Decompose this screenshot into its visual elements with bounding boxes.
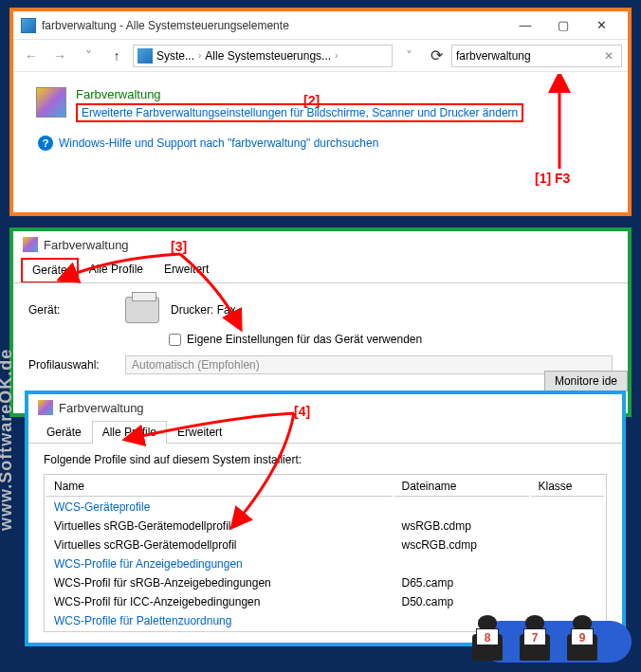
printer-icon: [125, 297, 159, 323]
col-name[interactable]: Name: [46, 477, 393, 497]
breadcrumb-part[interactable]: Syste...: [156, 49, 194, 63]
help-icon: ?: [38, 136, 53, 151]
group-row: WCS-Profile für Anzeigebedingungen: [46, 555, 604, 572]
watermark: www.SoftwareOK.de: [0, 349, 16, 531]
maximize-button[interactable]: ▢: [544, 12, 582, 39]
control-panel-window: farbverwaltung - Alle Systemsteuerungsel…: [9, 8, 632, 216]
window-title: farbverwaltung - Alle Systemsteuerungsel…: [42, 19, 506, 32]
search-results: Farbverwaltung Erweiterte Farbverwaltung…: [13, 72, 628, 166]
chevron-right-icon: ›: [333, 50, 339, 61]
table-row[interactable]: WCS-Profil für ICC-AnzeigebedingungenD50…: [46, 593, 604, 610]
clear-search-icon[interactable]: ✕: [600, 49, 617, 63]
dialog-title-row: Farbverwaltung: [28, 394, 622, 421]
dialog-title: Farbverwaltung: [59, 401, 144, 415]
back-button[interactable]: ←: [19, 44, 44, 68]
device-name[interactable]: Drucker: Fax: [171, 303, 236, 317]
breadcrumb-part[interactable]: Alle Systemsteuerungs...: [205, 49, 331, 63]
refresh-button[interactable]: ⟳: [425, 45, 448, 67]
tab-devices[interactable]: Geräte: [36, 421, 92, 443]
result-item: Farbverwaltung Erweiterte Farbverwaltung…: [36, 87, 605, 122]
profiles-description: Folgende Profile sind auf diesem System …: [44, 453, 607, 466]
profiles-content: Folgende Profile sind auf diesem System …: [28, 444, 622, 642]
profile-selection-row: Profilauswahl: Automatisch (Empfohlen): [28, 355, 613, 374]
result-title[interactable]: Farbverwaltung: [76, 87, 605, 101]
color-management-icon: [36, 87, 66, 118]
profiles-table: Name Dateiname Klasse WCS-Geräteprofile …: [44, 474, 607, 632]
recent-dropdown[interactable]: ˅: [76, 44, 101, 68]
tab-all-profiles[interactable]: Alle Profile: [79, 258, 154, 282]
help-link-text: Windows-Hilfe und Support nach "farbverw…: [59, 136, 378, 150]
chevron-right-icon: ›: [196, 50, 203, 61]
color-management-profiles-window: Farbverwaltung Geräte Alle Profile Erwei…: [25, 390, 626, 646]
device-row: Gerät: Drucker: Fax: [28, 297, 613, 323]
mascot: 9: [561, 615, 603, 661]
dialog-title: Farbverwaltung: [44, 238, 129, 252]
control-panel-icon: [21, 18, 36, 33]
dialog-title-row: Farbverwaltung: [13, 231, 628, 258]
col-class[interactable]: Klasse: [531, 477, 605, 497]
close-button[interactable]: ✕: [582, 12, 620, 39]
table-row[interactable]: Virtuelles scRGB-GerätemodellprofilwscRG…: [46, 536, 604, 554]
search-field[interactable]: [456, 49, 600, 63]
navigation-bar: ← → ˅ ↑ Syste... › Alle Systemsteuerungs…: [13, 40, 628, 72]
mascot: 8: [467, 615, 508, 661]
help-search-link[interactable]: ? Windows-Hilfe und Support nach "farbve…: [38, 136, 605, 151]
history-dropdown[interactable]: ˅: [396, 44, 421, 68]
breadcrumb-icon: [137, 48, 153, 64]
titlebar: farbverwaltung - Alle Systemsteuerungsel…: [13, 11, 628, 40]
profile-label: Profilauswahl:: [28, 358, 114, 372]
tab-all-profiles[interactable]: Alle Profile: [92, 421, 167, 443]
up-button[interactable]: ↑: [104, 44, 129, 68]
tab-devices[interactable]: Geräte: [21, 258, 79, 282]
mascots: 8 7 9: [467, 615, 603, 661]
color-management-icon: [38, 400, 53, 415]
color-management-devices-window: Farbverwaltung Geräte Alle Profile Erwei…: [9, 227, 632, 417]
search-input[interactable]: ✕: [451, 45, 622, 67]
checkbox-label: Eigene Einstellungen für das Gerät verwe…: [187, 333, 422, 346]
devices-content: Gerät: Drucker: Fax Eigene Einstellungen…: [13, 283, 628, 388]
mascot: 7: [514, 615, 556, 661]
device-label: Gerät:: [28, 303, 114, 317]
group-row: WCS-Geräteprofile: [46, 499, 604, 516]
result-text: Farbverwaltung Erweiterte Farbverwaltung…: [76, 87, 605, 122]
identify-monitors-button[interactable]: Monitore ide: [544, 371, 628, 391]
minimize-button[interactable]: —: [506, 12, 544, 39]
tab-bar: Geräte Alle Profile Erweitert: [13, 258, 628, 283]
table-row[interactable]: Virtuelles sRGB-GerätemodellprofilwsRGB.…: [46, 518, 604, 535]
tab-advanced[interactable]: Erweitert: [167, 421, 232, 443]
tab-advanced[interactable]: Erweitert: [154, 258, 219, 282]
profile-select[interactable]: Automatisch (Empfohlen): [125, 355, 613, 374]
forward-button[interactable]: →: [47, 44, 72, 68]
group-device-profiles[interactable]: WCS-Geräteprofile: [46, 499, 604, 516]
use-own-settings-row: Eigene Einstellungen für das Gerät verwe…: [169, 333, 613, 346]
group-viewing-conditions[interactable]: WCS-Profile für Anzeigebedingungen: [46, 555, 604, 572]
color-management-icon: [23, 237, 38, 252]
table-row[interactable]: WCS-Profil für sRGB-AnzeigebedingungenD6…: [46, 574, 604, 591]
col-filename[interactable]: Dateiname: [394, 477, 529, 497]
breadcrumb[interactable]: Syste... › Alle Systemsteuerungs... ›: [133, 45, 393, 67]
tab-bar: Geräte Alle Profile Erweitert: [28, 421, 622, 444]
advanced-color-settings-link[interactable]: Erweiterte Farbverwaltungseinstellungen …: [76, 103, 523, 122]
use-own-settings-checkbox[interactable]: [169, 334, 181, 346]
